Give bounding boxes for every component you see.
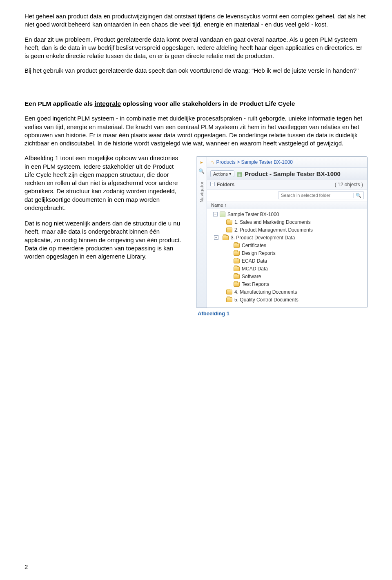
heading-pre: Een PLM applicatie als [24,100,94,107]
tree-label: 2. Product Management Documents [234,227,313,233]
actions-label: Actions [213,172,228,176]
folder-tree: − Sample Tester BX-1000 1. Sales and Mar… [207,209,367,308]
tree-label: Certificates [242,243,266,248]
tree-label: 3. Product Development Data [231,235,295,241]
folder-icon [234,243,240,248]
paragraph-1: Het geheel aan product data en productwi… [24,12,368,29]
tree-label: Design Reports [242,250,276,256]
column-header-name[interactable]: Name ↑ [207,201,367,209]
product-icon [220,212,225,217]
tree-item[interactable]: Certificates [207,241,367,249]
tree-item[interactable]: Test Reports [207,280,367,288]
folders-label: Folders [217,182,234,187]
expand-rail-icon[interactable]: ▸ [198,158,205,166]
folder-icon [226,220,232,225]
navigator-rail[interactable]: ▸ 🔍 Navigator [196,157,207,308]
folder-icon [234,251,240,256]
paragraph-5: Afbeelding 1 toont een mogelijke opbouw … [24,154,184,212]
collapse-icon[interactable]: − [214,235,218,240]
page-number: 2 [24,563,28,570]
tree-label: Sample Tester BX-1000 [227,212,279,217]
paragraph-4-intro: Een goed ingericht PLM systeem - in comb… [24,114,368,147]
collapse-icon[interactable]: − [213,212,218,216]
folder-icon [234,266,240,271]
folder-icon [226,297,232,302]
folder-icon [223,235,229,240]
tree-item[interactable]: 4. Manufacturing Documents [207,288,367,296]
title-prefix: Product - [245,170,273,177]
tree-label: MCAD Data [242,266,268,272]
folder-icon [226,228,232,232]
tree-item[interactable]: 5. Quality Control Documents [207,296,367,303]
figure-1: ▸ 🔍 Navigator ⌂ Products > Sample Tester… [196,156,368,317]
tree-label: Test Reports [242,281,269,287]
object-count: ( 12 objects ) [335,182,363,187]
paragraph-6: Dat is nog niet wezenlijk anders dan de … [24,219,184,261]
section-heading: Een PLM applicatie als integrale oplossi… [24,100,368,108]
search-input[interactable]: 🔍 [278,191,364,199]
tree-item[interactable]: Software [207,272,367,280]
navigator-label: Navigator [199,181,204,203]
plm-app-frame: ▸ 🔍 Navigator ⌂ Products > Sample Tester… [196,156,368,308]
tree-item[interactable]: 2. Product Management Documents [207,226,367,234]
chevron-down-icon: ▾ [229,171,232,176]
folder-icon [234,282,240,287]
search-rail-icon[interactable]: 🔍 [198,167,205,175]
tree-root[interactable]: − Sample Tester BX-1000 [207,210,367,218]
product-icon: ▦ [237,171,242,177]
paragraph-3: Bij het gebruik van product gerelateerde… [24,67,368,75]
tree-item[interactable]: − 3. Product Development Data [207,234,367,241]
search-icon[interactable]: 🔍 [353,193,363,198]
tree-item[interactable]: ECAD Data [207,257,367,265]
folders-header[interactable]: − Folders ( 12 objects ) [207,180,367,190]
breadcrumb[interactable]: ⌂ Products > Sample Tester BX-1000 [207,157,367,168]
heading-underlined: integrale [94,100,121,107]
title-name: Sample Tester BX-1000 [273,170,341,177]
tree-label: 5. Quality Control Documents [234,297,298,303]
title-bar: Actions▾ ▦ Product - Sample Tester BX-10… [207,168,367,180]
heading-post: oplossing voor alle stakeholders in de P… [121,100,295,107]
folder-icon [234,274,240,279]
page-title: Product - Sample Tester BX-1000 [245,170,341,177]
tree-label: 4. Manufacturing Documents [234,289,297,295]
tree-item[interactable]: MCAD Data [207,265,367,272]
tree-label: ECAD Data [242,258,267,264]
home-icon[interactable]: ⌂ [210,159,214,165]
search-field[interactable] [278,193,353,198]
tree-item[interactable]: 1. Sales and Marketing Documents [207,218,367,226]
figure-caption: Afbeelding 1 [196,310,368,317]
tree-label: 1. Sales and Marketing Documents [234,219,311,225]
tree-label: Software [242,274,261,279]
collapse-icon[interactable]: − [210,182,215,186]
actions-button[interactable]: Actions▾ [210,170,234,177]
paragraph-2: En daar zit uw probleem. Product gerelat… [24,36,368,60]
breadcrumb-text[interactable]: Products > Sample Tester BX-1000 [216,159,293,165]
folder-icon [226,290,232,294]
tree-item[interactable]: Design Reports [207,249,367,257]
folder-icon [234,259,240,263]
